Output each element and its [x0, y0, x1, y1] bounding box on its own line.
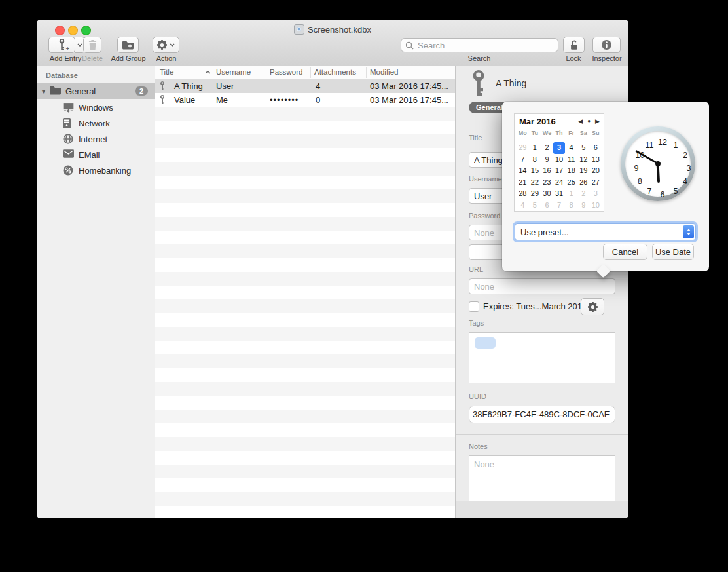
folder-plus-icon	[122, 41, 134, 50]
column-header-title[interactable]: Title	[160, 68, 173, 76]
column-header-username[interactable]: Username	[216, 68, 251, 76]
column-header-password[interactable]: Password	[270, 68, 303, 76]
calendar-prev-button[interactable]: ◀	[578, 118, 583, 124]
lock-button[interactable]	[563, 37, 585, 53]
cell-username: Me	[216, 95, 228, 105]
sidebar-item-label: Network	[79, 119, 110, 128]
calendar-day[interactable]: 7	[553, 200, 566, 212]
use-date-button[interactable]: Use Date	[652, 244, 694, 260]
tag-chip[interactable]	[475, 337, 496, 349]
calendar-day[interactable]: 9	[577, 200, 590, 212]
analog-clock: 1 2 3 4 5 6 7 8 9 10 11 12	[621, 126, 695, 201]
tags-box[interactable]	[469, 332, 615, 383]
calendar-day-selected[interactable]: 3	[553, 142, 566, 154]
calendar-day[interactable]: 15	[529, 165, 541, 177]
calendar-day[interactable]: 30	[541, 188, 553, 200]
calendar-day[interactable]: 1	[565, 188, 577, 200]
calendar-day[interactable]: 29	[517, 142, 529, 154]
clock-number: 6	[661, 190, 665, 199]
cell-modified: 03 Mar 2016 17:45...	[370, 95, 448, 105]
inspector-button[interactable]	[592, 37, 621, 53]
calendar-day[interactable]: 5	[529, 200, 541, 212]
calendar-day[interactable]: 29	[529, 188, 541, 200]
calendar-day[interactable]: 27	[590, 177, 602, 189]
calendar-day[interactable]: 8	[565, 200, 577, 212]
delete-button[interactable]	[83, 37, 101, 53]
sidebar-item-label: Homebanking	[79, 166, 131, 176]
calendar-day[interactable]: 8	[529, 154, 541, 166]
calendar-day[interactable]: 1	[529, 142, 541, 154]
calendar-day[interactable]: 16	[541, 165, 553, 177]
calendar-day[interactable]: 3	[590, 188, 602, 200]
calendar-day[interactable]: 2	[541, 142, 553, 154]
sort-ascending-icon	[205, 70, 211, 74]
calendar-day[interactable]: 20	[590, 165, 602, 177]
add-group-button[interactable]	[117, 37, 139, 53]
clock-number: 2	[683, 151, 687, 160]
calendar-day[interactable]: 7	[517, 154, 529, 166]
calendar-day[interactable]: 4	[565, 142, 577, 154]
calendar-day[interactable]: 9	[541, 154, 553, 166]
expires-label: Expires: Tues...March 2015	[483, 301, 587, 311]
clock-face: 1 2 3 4 5 6 7 8 9 10 11 12	[625, 131, 691, 197]
calendar-day[interactable]: 25	[565, 177, 577, 189]
trash-icon	[88, 40, 97, 50]
key-plus-icon: +	[58, 39, 66, 51]
column-header-attachments[interactable]: Attachments	[314, 68, 356, 76]
sidebar-item-windows[interactable]: Windows	[37, 100, 155, 115]
cancel-button[interactable]: Cancel	[603, 244, 647, 260]
calendar-day[interactable]: 19	[577, 165, 590, 177]
add-entry-button[interactable]: +	[48, 37, 75, 53]
calendar-day[interactable]: 23	[541, 177, 553, 189]
calendar-day[interactable]: 12	[577, 154, 590, 166]
url-input[interactable]	[469, 278, 615, 294]
entry-row[interactable]: Value Me •••••••• 0 03 Mar 2016 17:45...	[155, 93, 455, 107]
calendar-day[interactable]: 10	[553, 154, 566, 166]
uuid-input[interactable]	[469, 406, 615, 423]
calendar-day[interactable]: 2	[577, 188, 590, 200]
sidebar-item-email[interactable]: EMail	[37, 147, 155, 162]
calendar-day[interactable]: 10	[590, 200, 602, 212]
sidebar-item-internet[interactable]: Internet	[37, 131, 155, 147]
notes-field-label: Notes	[469, 442, 488, 450]
search-input[interactable]	[416, 40, 554, 51]
use-date-button-label: Use Date	[655, 247, 691, 257]
calendar-day[interactable]: 17	[553, 165, 566, 177]
calendar-day[interactable]: 14	[517, 165, 529, 177]
disclosure-triangle-icon[interactable]: ▾	[42, 88, 50, 95]
entry-row[interactable]: A Thing User 4 03 Mar 2016 17:45...	[155, 79, 455, 93]
sidebar-item-label: Windows	[79, 103, 113, 113]
sidebar-item-network[interactable]: Network	[37, 115, 155, 131]
expires-checkbox[interactable]	[469, 301, 479, 312]
entry-list-empty-area	[155, 107, 455, 518]
calendar-day[interactable]: 21	[517, 177, 529, 189]
sidebar-item-homebanking[interactable]: Homebanking	[37, 162, 155, 178]
calendar-day[interactable]: 28	[517, 188, 529, 200]
calendar-day[interactable]: 13	[590, 154, 602, 166]
calendar-grid: 29 1 2 3 4 5 6 7 8 9 10 11 12 13 14 15 1…	[517, 142, 602, 211]
calendar-day[interactable]: 24	[553, 177, 566, 189]
preset-dropdown[interactable]: Use preset...	[515, 223, 696, 240]
calendar-day[interactable]: 22	[529, 177, 541, 189]
calendar-day[interactable]: 6	[590, 142, 602, 154]
calendar-day[interactable]: 6	[541, 200, 553, 212]
weekday-label: Su	[590, 130, 602, 136]
calendar-day[interactable]: 26	[577, 177, 590, 189]
sidebar-item-general[interactable]: ▾ General 2	[37, 83, 155, 99]
calendar-today-button[interactable]: ●	[587, 118, 591, 124]
calendar-day[interactable]: 31	[553, 188, 566, 200]
cancel-button-label: Cancel	[612, 247, 638, 257]
calendar-day[interactable]: 5	[577, 142, 590, 154]
calendar-day[interactable]: 18	[565, 165, 577, 177]
calendar-next-button[interactable]: ▶	[595, 118, 600, 124]
column-header-modified[interactable]: Modified	[370, 68, 398, 76]
calendar-day[interactable]: 11	[565, 154, 577, 166]
window-title: Screenshot.kdbx	[308, 25, 371, 35]
expire-date-picker-button[interactable]	[581, 298, 604, 315]
action-button[interactable]	[153, 37, 179, 53]
cell-title: Value	[174, 95, 195, 105]
calendar-day[interactable]: 4	[517, 200, 529, 212]
entry-list-header: Title Username Password Attachments Modi…	[155, 66, 455, 80]
dropdown-stepper-icon[interactable]	[683, 225, 694, 238]
calendar-divider	[515, 140, 604, 140]
